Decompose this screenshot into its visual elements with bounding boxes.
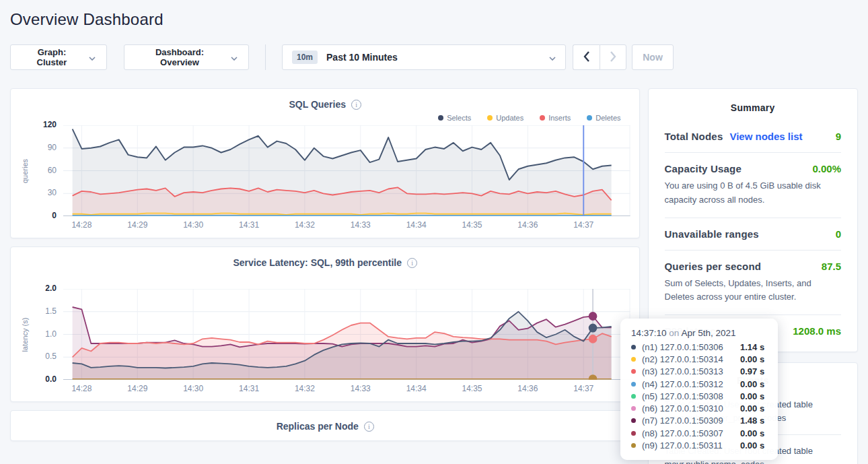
sql-queries-card: SQL Queries i SelectsUpdatesInsertsDelet… bbox=[10, 88, 640, 238]
divider bbox=[665, 314, 842, 315]
x-tick-label: 14:36 bbox=[517, 220, 538, 230]
y-tick-label: 1.5 bbox=[45, 306, 57, 316]
event-table-name: movr.public.user_promo_codes bbox=[665, 411, 842, 425]
y-tick-label: 0.0 bbox=[45, 374, 57, 384]
y-tick-label: 2.0 bbox=[45, 284, 57, 293]
divider bbox=[265, 44, 266, 70]
y-tick-label: 0 bbox=[52, 211, 57, 220]
y-axis-label: latency (s) bbox=[21, 289, 30, 380]
graph-scope-dropdown[interactable]: Graph: Cluster bbox=[10, 44, 107, 70]
view-nodes-link[interactable]: View nodes list bbox=[729, 131, 802, 142]
dashboard-layout: SQL Queries i SelectsUpdatesInsertsDelet… bbox=[10, 88, 858, 464]
latency-chart[interactable] bbox=[63, 289, 630, 380]
dashboard-label: Dashboard: Overview bbox=[135, 47, 224, 67]
overview-dashboard-page: Overview Dashboard Graph: Cluster Dashbo… bbox=[0, 0, 868, 464]
legend-item[interactable]: Deletes bbox=[587, 113, 620, 123]
legend-dot bbox=[540, 115, 545, 121]
summary-label: P99 latency bbox=[665, 325, 722, 337]
chevron-down-icon bbox=[549, 51, 556, 63]
divider bbox=[665, 250, 842, 251]
x-tick-label: 14:37 bbox=[573, 384, 593, 393]
time-step-buttons bbox=[573, 44, 626, 70]
event-item[interactable]: Table Created: User root created table m… bbox=[665, 444, 842, 464]
x-tick-label: 14:34 bbox=[406, 384, 427, 393]
sql-queries-plot[interactable]: 14:2814:2914:3014:3114:3214:3314:3414:35… bbox=[63, 125, 630, 231]
time-range-picker[interactable]: 10m Past 10 Minutes bbox=[282, 44, 566, 70]
chart-row: latency (s) 0.00.51.01.52.0 14:2814:2914… bbox=[20, 289, 630, 395]
y-tick-label: 90 bbox=[48, 143, 57, 152]
legend-item[interactable]: Inserts bbox=[540, 113, 571, 123]
chart-title-row: Service Latency: SQL, 99th percentile i bbox=[20, 257, 630, 269]
dashboard-dropdown[interactable]: Dashboard: Overview bbox=[124, 44, 249, 70]
info-icon[interactable]: i bbox=[364, 422, 374, 432]
chevron-down-icon bbox=[89, 53, 96, 63]
legend-dot bbox=[487, 115, 493, 121]
summary-label: Queries per second bbox=[665, 261, 762, 272]
event-text: Table Created: User root created table bbox=[665, 444, 842, 458]
x-tick-label: 14:37 bbox=[573, 220, 593, 230]
controls-bar: Graph: Cluster Dashboard: Overview 10m P… bbox=[10, 44, 858, 70]
summary-row-p99-latency: P99 latency 1208.0 ms bbox=[665, 325, 842, 337]
legend-item[interactable]: Updates bbox=[487, 113, 523, 123]
time-range-badge: 10m bbox=[292, 51, 318, 64]
summary-value: 0 bbox=[836, 228, 841, 240]
chart-title: Service Latency: SQL, 99th percentile bbox=[233, 257, 402, 268]
info-icon[interactable]: i bbox=[351, 100, 361, 110]
latency-plot[interactable]: 14:2814:2914:3014:3114:3214:3314:3414:35… bbox=[63, 289, 630, 395]
summary-value: 87.5 bbox=[822, 261, 841, 272]
summary-row-total-nodes: Total Nodes View nodes list 9 bbox=[665, 131, 842, 142]
x-tick-label: 14:29 bbox=[127, 384, 147, 393]
legend-dot bbox=[438, 115, 443, 121]
time-forward-button[interactable] bbox=[600, 44, 626, 70]
x-tick-label: 14:33 bbox=[351, 384, 371, 393]
chart-title-row: SQL Queries i bbox=[20, 98, 630, 110]
x-tick-label: 14:31 bbox=[239, 220, 259, 230]
x-tick-label: 14:28 bbox=[71, 384, 92, 393]
event-item[interactable]: Table Created: User root created table m… bbox=[665, 398, 842, 425]
x-tick-label: 14:30 bbox=[183, 220, 203, 230]
event-table-name: movr.public.promo_codes bbox=[665, 458, 842, 464]
events-heading: Events bbox=[665, 375, 842, 386]
y-axis: queries 0306090120 bbox=[20, 125, 63, 216]
y-tick-label: 120 bbox=[43, 120, 57, 129]
sql-queries-chart[interactable] bbox=[63, 125, 630, 216]
chart-title: SQL Queries bbox=[289, 99, 346, 110]
x-axis: 14:2814:2914:3014:3114:3214:3314:3414:35… bbox=[63, 216, 630, 231]
divider bbox=[665, 152, 842, 153]
replicas-per-node-card: Replicas per Node i bbox=[10, 410, 640, 441]
divider bbox=[665, 218, 842, 218]
chart-row: queries 0306090120 14:2814:2914:3014:311… bbox=[20, 125, 630, 231]
divider bbox=[665, 434, 842, 435]
summary-description: Sum of Selects, Updates, Inserts, and De… bbox=[665, 277, 842, 305]
x-tick-label: 14:31 bbox=[239, 384, 259, 393]
x-tick-label: 14:35 bbox=[462, 220, 482, 230]
y-tick-label: 30 bbox=[48, 188, 57, 197]
summary-value: 9 bbox=[836, 131, 841, 142]
x-tick-label: 14:35 bbox=[462, 384, 482, 393]
y-axis: latency (s) 0.00.51.01.52.0 bbox=[20, 289, 63, 380]
legend-item[interactable]: Selects bbox=[438, 113, 471, 123]
y-axis-label: queries bbox=[21, 125, 30, 216]
summary-row-unavailable-ranges: Unavailable ranges 0 bbox=[665, 228, 842, 240]
x-tick-label: 14:34 bbox=[406, 220, 427, 230]
x-axis: 14:2814:2914:3014:3114:3214:3314:3414:35… bbox=[63, 380, 630, 395]
summary-value: 0.00% bbox=[812, 163, 841, 174]
page-title: Overview Dashboard bbox=[10, 10, 858, 29]
summary-row-qps: Queries per second 87.5 bbox=[665, 261, 842, 272]
summary-description: You are using 0 B of 4.5 GiB usable disk… bbox=[665, 179, 842, 207]
chevron-right-icon bbox=[610, 51, 616, 64]
x-tick-label: 14:33 bbox=[351, 220, 371, 230]
y-tick-label: 1.0 bbox=[45, 329, 57, 339]
graph-scope-label: Graph: Cluster bbox=[22, 47, 82, 67]
chevron-down-icon bbox=[231, 53, 238, 63]
summary-label: Unavailable ranges bbox=[665, 228, 759, 240]
events-panel: Events Table Created: User root created … bbox=[648, 362, 859, 464]
info-icon[interactable]: i bbox=[407, 258, 417, 268]
now-button[interactable]: Now bbox=[632, 44, 674, 70]
time-back-button[interactable] bbox=[573, 44, 600, 70]
summary-heading: Summary bbox=[665, 102, 842, 113]
summary-panel: Summary Total Nodes View nodes list 9 Ca… bbox=[648, 88, 859, 352]
x-tick-label: 14:30 bbox=[183, 384, 203, 393]
x-tick-label: 14:29 bbox=[127, 220, 147, 230]
y-tick-label: 0.5 bbox=[45, 352, 57, 361]
